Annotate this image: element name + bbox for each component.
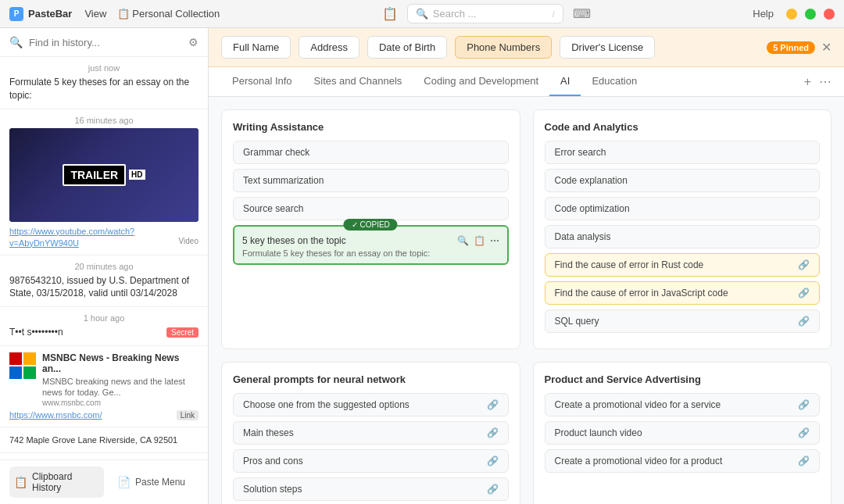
collection-item[interactable]: Main theses 🔗 (233, 421, 509, 445)
list-item[interactable]: MSNBC News - Breaking News an... MSNBC b… (0, 346, 208, 427)
paste-menu-tab[interactable]: 📄 Paste Menu (104, 466, 198, 498)
collection-item[interactable]: Product launch video 🔗 (545, 421, 821, 445)
item-icon: 🔗 (798, 456, 810, 466)
tab-ai[interactable]: AI (549, 67, 581, 96)
item-timestamp: just now (9, 63, 198, 73)
tab-sites-channels[interactable]: Sites and Channels (303, 67, 413, 96)
pinned-count: 5 Pinned (767, 41, 815, 54)
sidebar: 🔍 ⚙ just now Formulate 5 key theses for … (0, 28, 209, 504)
collection-item[interactable]: Grammar check (233, 141, 509, 164)
product-advertising-section: Product and Service Advertising Create a… (533, 362, 832, 504)
slash-icon: / (553, 9, 555, 19)
menu-view[interactable]: View (84, 8, 106, 20)
copied-item-label: 5 key theses on the topic (242, 235, 346, 246)
news-url: www.msnbc.com (42, 399, 198, 407)
collection-item[interactable]: Create a promotional video for a service… (545, 393, 821, 416)
collection-item[interactable]: Create a promotional video for a product… (545, 449, 821, 473)
collection-item[interactable]: Find the cause of error in Rust code 🔗 (545, 253, 821, 277)
block-blue (9, 366, 22, 379)
search-placeholder: Search ... (433, 8, 477, 20)
pinned-close-button[interactable]: ✕ (821, 40, 831, 55)
pinned-chip-license[interactable]: Driver's License (560, 36, 655, 59)
paste-menu-label: Paste Menu (135, 477, 185, 488)
item-icon: 🔗 (798, 259, 810, 270)
paste-menu-icon: 📄 (117, 476, 131, 488)
item-label: Error search (555, 147, 606, 158)
tab-coding-dev[interactable]: Coding and Development (413, 67, 549, 96)
sidebar-search-input[interactable] (29, 37, 182, 48)
pinned-chip-phone[interactable]: Phone Numbers (455, 36, 552, 59)
list-item[interactable]: 16 minutes ago TRAILER HD https://www.yo… (0, 109, 208, 256)
general-prompts-title: General prompts for neural network (233, 374, 509, 385)
general-prompts-section: General prompts for neural network Choos… (221, 362, 520, 504)
pinned-chip-address[interactable]: Address (299, 36, 359, 59)
item-label: Pros and cons (243, 456, 303, 466)
address-content: 742 Maple Grove Lane Riverside, CA 92501 (9, 434, 198, 447)
collection-item[interactable]: Text summarization (233, 169, 509, 192)
close-button[interactable] (824, 9, 835, 20)
pinned-chips-left: Full Name Address Date of Birth Phone Nu… (221, 36, 655, 59)
collection-item[interactable]: Pros and cons 🔗 (233, 449, 509, 473)
maximize-button[interactable] (805, 9, 816, 20)
collection-item[interactable]: Error search (545, 141, 821, 164)
collection-item[interactable]: Code explanation (545, 169, 821, 192)
sidebar-search-icon: 🔍 (9, 36, 23, 48)
main-layout: 🔍 ⚙ just now Formulate 5 key theses for … (0, 28, 844, 504)
link-badge: Link (177, 410, 198, 420)
menu-collection[interactable]: 📋Personal Collection (117, 8, 220, 20)
pinned-chip-dob[interactable]: Date of Birth (367, 36, 447, 59)
list-item[interactable]: 20 minutes ago 9876543210, issued by U.S… (0, 256, 208, 308)
collection-item[interactable]: Find the cause of error in JavaScript co… (545, 281, 821, 305)
trailer-background: TRAILER HD (9, 128, 198, 222)
item-label: Choose one from the suggested options (243, 399, 409, 410)
item-label: Text summarization (243, 175, 324, 186)
msnbc-blocks (9, 352, 36, 379)
secret-badge: Secret (166, 327, 198, 338)
add-tab-button[interactable]: + (804, 75, 811, 89)
collection-item[interactable]: Source search (233, 197, 509, 220)
collection-item[interactable]: Data analysis (545, 225, 821, 248)
collection-item[interactable]: SQL query 🔗 (545, 309, 821, 333)
item-label: Main theses (243, 427, 294, 438)
collection-item[interactable]: Choose one from the suggested options 🔗 (233, 393, 509, 416)
list-item[interactable]: just now Formulate 5 key theses for an e… (0, 57, 208, 109)
keyboard-icon: ⌨ (573, 6, 591, 21)
app-logo: P PasteBar (9, 7, 72, 21)
tab-more-button[interactable]: ⋯ (819, 74, 831, 89)
copied-item-content: Formulate 5 key theses for an essay on t… (242, 248, 499, 258)
app-name: PasteBar (28, 8, 72, 20)
collection-item[interactable]: Solution steps 🔗 (233, 477, 509, 501)
item-url[interactable]: https://www.youtube.com/watch?v=AbyDnYW9… (9, 227, 134, 248)
list-item[interactable]: 742 Maple Grove Lane Riverside, CA 92501 (0, 427, 208, 454)
window-controls (786, 9, 835, 20)
global-search-bar[interactable]: 🔍 Search ... / (407, 4, 563, 23)
item-content: Formulate 5 key theses for an essay on t… (9, 76, 198, 102)
tab-education[interactable]: Education (581, 67, 648, 96)
clipboard-history-icon: 📋 (14, 476, 27, 488)
copied-badge: ✓ COPIED (344, 219, 398, 231)
news-link[interactable]: https://www.msnbc.com/ (9, 410, 102, 420)
titlebar-center: 📋 🔍 Search ... / ⌨ (232, 4, 740, 23)
code-analytics-section: Code and Analytics Error search Code exp… (533, 109, 832, 349)
sidebar-filter-icon[interactable]: ⚙ (188, 36, 198, 48)
item-label: Solution steps (243, 484, 302, 495)
copied-item[interactable]: ✓ COPIED 5 key theses on the topic 🔍 📋 ⋯… (233, 225, 509, 265)
help-button[interactable]: Help (753, 8, 774, 20)
more-action-icon[interactable]: ⋯ (490, 235, 499, 246)
news-item: MSNBC News - Breaking News an... MSNBC b… (9, 352, 198, 407)
collections-grid: Writing Assistance Grammar check Text su… (209, 97, 844, 504)
item-icon: 🔗 (798, 399, 810, 410)
list-item[interactable]: 1 hour ago T••t s••••••••n Secret (0, 307, 208, 346)
pinned-chip-fullname[interactable]: Full Name (221, 36, 291, 59)
search-action-icon[interactable]: 🔍 (457, 235, 469, 246)
copy-action-icon[interactable]: 📋 (474, 235, 485, 246)
trailer-badge-group: TRAILER HD (63, 164, 145, 186)
minimize-button[interactable] (786, 9, 797, 20)
secret-item: T••t s••••••••n Secret (9, 326, 198, 339)
writing-assistance-section: Writing Assistance Grammar check Text su… (221, 109, 520, 349)
item-label: Find the cause of error in JavaScript co… (555, 288, 728, 298)
clipboard-history-tab[interactable]: 📋 Clipboard History (9, 466, 104, 498)
collection-item[interactable]: Code optimization (545, 197, 821, 220)
item-link-row: https://www.youtube.com/watch?v=AbyDnYW9… (9, 225, 198, 248)
tab-personal-info[interactable]: Personal Info (221, 67, 303, 96)
